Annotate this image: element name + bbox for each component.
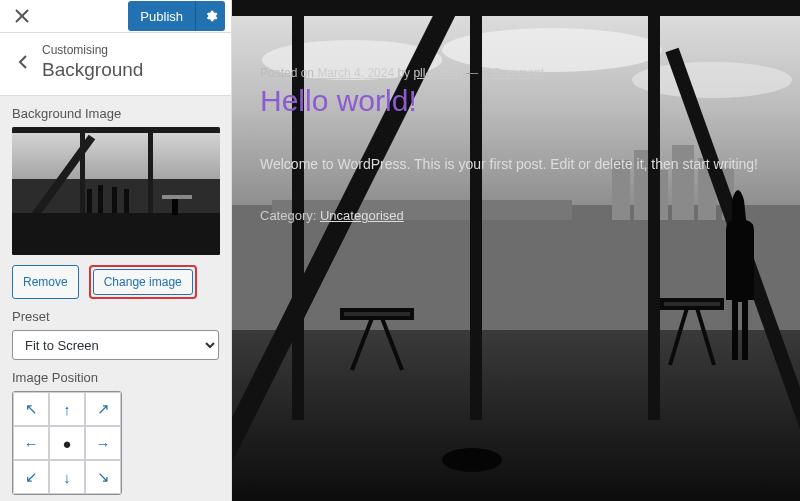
section-heading: Customising Background bbox=[42, 43, 143, 81]
site-preview: Posted on March 4, 2024 by pll-admin—1 C… bbox=[232, 0, 800, 501]
post-meta: Posted on March 4, 2024 by pll-admin—1 C… bbox=[260, 66, 772, 80]
pos-bottom-right[interactable]: ↘ bbox=[85, 460, 121, 494]
post-author-link[interactable]: pll-admin bbox=[413, 66, 462, 80]
svg-rect-4 bbox=[12, 127, 220, 133]
sidebar-header: Publish bbox=[0, 0, 231, 33]
bg-image-actions: Remove Change image bbox=[12, 265, 219, 299]
tutorial-highlight: Change image bbox=[89, 265, 197, 299]
bg-image-label: Background Image bbox=[12, 106, 219, 121]
meta-by: by bbox=[394, 66, 413, 80]
pos-mid-left[interactable]: ← bbox=[13, 426, 49, 460]
post-comments-link[interactable]: 1 Comment bbox=[482, 66, 544, 80]
pos-center[interactable]: ● bbox=[49, 426, 85, 460]
background-image-panel: Background Image Re bbox=[0, 96, 231, 309]
pos-top-right[interactable]: ↗ bbox=[85, 392, 121, 426]
bg-image-thumbnail[interactable] bbox=[12, 127, 220, 255]
breadcrumb: Customising bbox=[42, 43, 143, 57]
cat-label: Category: bbox=[260, 208, 320, 223]
section-title: Background bbox=[42, 59, 143, 81]
svg-rect-14 bbox=[172, 199, 178, 215]
pos-top-left[interactable]: ↖ bbox=[13, 392, 49, 426]
svg-rect-2 bbox=[12, 127, 220, 179]
position-label: Image Position bbox=[12, 370, 219, 385]
publish-button[interactable]: Publish bbox=[128, 1, 195, 31]
svg-point-40 bbox=[442, 448, 502, 472]
post-category: Category: Uncategorised bbox=[260, 208, 772, 223]
position-grid: ↖ ↑ ↗ ← ● → ↙ ↓ ↘ bbox=[12, 391, 122, 495]
remove-button[interactable]: Remove bbox=[12, 265, 79, 299]
svg-rect-27 bbox=[232, 330, 800, 501]
svg-rect-34 bbox=[342, 310, 412, 318]
post-body: Welcome to WordPress. This is your first… bbox=[260, 156, 772, 172]
meta-separator: — bbox=[466, 66, 478, 80]
pos-bottom-center[interactable]: ↓ bbox=[49, 460, 85, 494]
svg-rect-37 bbox=[662, 300, 722, 308]
chevron-left-icon bbox=[18, 55, 28, 69]
svg-rect-13 bbox=[162, 195, 192, 199]
cat-link[interactable]: Uncategorised bbox=[320, 208, 404, 223]
svg-rect-8 bbox=[87, 189, 92, 213]
post-date-link[interactable]: March 4, 2024 bbox=[317, 66, 394, 80]
preview-post: Posted on March 4, 2024 by pll-admin—1 C… bbox=[232, 0, 800, 289]
close-icon[interactable] bbox=[6, 0, 38, 32]
preset-label: Preset bbox=[12, 309, 219, 324]
publish-settings-button[interactable] bbox=[195, 1, 225, 31]
pos-mid-right[interactable]: → bbox=[85, 426, 121, 460]
post-title[interactable]: Hello world! bbox=[260, 84, 772, 118]
svg-rect-10 bbox=[112, 187, 117, 213]
customizer-sidebar: Publish Customising Background Backgroun… bbox=[0, 0, 232, 501]
publish-button-group: Publish bbox=[128, 1, 225, 31]
svg-rect-9 bbox=[98, 185, 103, 213]
image-position-panel: Image Position ↖ ↑ ↗ ← ● → ↙ ↓ ↘ bbox=[0, 370, 231, 501]
preset-select[interactable]: Fit to Screen bbox=[12, 330, 219, 360]
section-header: Customising Background bbox=[0, 33, 231, 96]
pos-top-center[interactable]: ↑ bbox=[49, 392, 85, 426]
svg-rect-12 bbox=[12, 213, 220, 255]
gear-icon bbox=[204, 9, 218, 23]
back-button[interactable] bbox=[14, 55, 32, 69]
svg-rect-11 bbox=[124, 189, 129, 213]
change-image-button[interactable]: Change image bbox=[93, 269, 193, 295]
pos-bottom-left[interactable]: ↙ bbox=[13, 460, 49, 494]
preset-panel: Preset Fit to Screen bbox=[0, 309, 231, 370]
meta-prefix: Posted on bbox=[260, 66, 317, 80]
